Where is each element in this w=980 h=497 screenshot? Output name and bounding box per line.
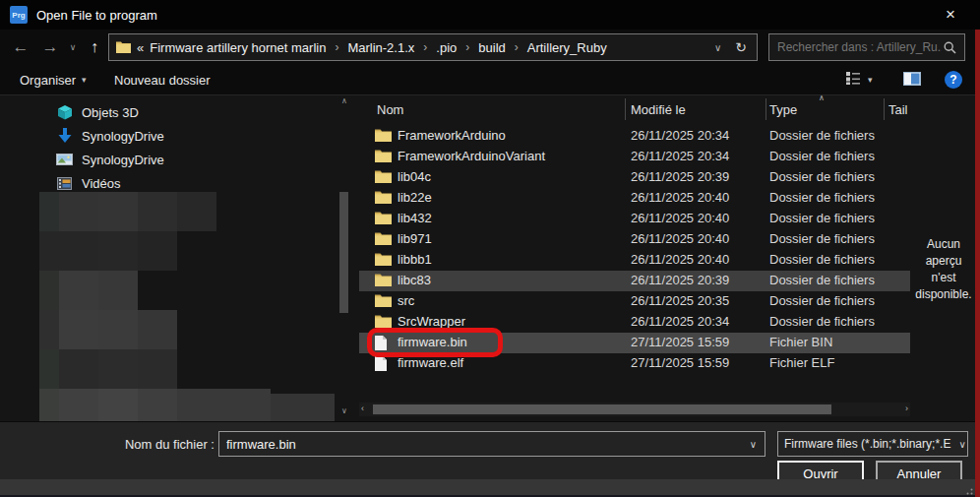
file-modified-date: 27/11/2025 15:59 (631, 355, 729, 370)
file-row[interactable]: src 26/11/2025 20:35 Dossier de fichiers (359, 291, 910, 312)
file-row[interactable]: libc83 26/11/2025 20:39 Dossier de fichi… (359, 271, 910, 291)
redacted-thumbnail-block (138, 192, 177, 231)
breadcrumb-collapse[interactable]: « (137, 40, 148, 55)
breadcrumb-segment[interactable]: .pio (434, 40, 459, 55)
dialog-footer: Nom du fichier : ∨ Firmware files (*.bin… (0, 421, 980, 497)
address-dropdown-icon[interactable]: ∨ (704, 42, 731, 53)
redacted-thumbnail-block (59, 349, 98, 389)
file-row[interactable]: SrcWrapper 26/11/2025 20:34 Dossier de f… (359, 312, 910, 333)
file-row[interactable]: firmware.bin 27/11/2025 15:59 Fichier BI… (359, 333, 910, 353)
help-icon: ? (945, 71, 962, 89)
sort-indicator-icon: ∧ (819, 95, 825, 102)
file-type-label: Dossier de fichiers (769, 273, 875, 287)
breadcrumb-segment[interactable]: build (476, 40, 507, 55)
redacted-thumbnail-block (59, 271, 98, 310)
cube-3d-icon (56, 104, 73, 120)
chevron-down-icon: ▾ (82, 75, 87, 85)
dialog-body: Objets 3D SynologyDrive SynologyDrive Vi… (0, 95, 980, 423)
file-row[interactable]: lib04c 26/11/2025 20:39 Dossier de fichi… (359, 167, 910, 188)
up-icon[interactable]: ↑ (83, 30, 106, 65)
sidebar-item-label: SynologyDrive (82, 129, 164, 144)
redacted-thumbnail-block (39, 310, 59, 349)
file-row[interactable]: FrameworkArduinoVariant 26/11/2025 20:34… (359, 147, 910, 167)
redacted-thumbnail-block (98, 349, 138, 389)
scroll-right-icon[interactable]: › (905, 404, 908, 413)
filetype-select[interactable]: Firmware files (*.bin;*.binary;*.E ∨ (777, 431, 968, 457)
file-name: lib971 (398, 231, 432, 246)
file-modified-date: 26/11/2025 20:40 (631, 190, 729, 205)
file-row[interactable]: FrameworkArduino 26/11/2025 20:34 Dossie… (359, 126, 910, 147)
filename-input[interactable] (219, 437, 742, 452)
file-type-label: Fichier ELF (769, 355, 834, 370)
file-name: SrcWrapper (398, 314, 465, 329)
column-header-type[interactable]: Type (769, 102, 797, 117)
column-header-size[interactable]: Tail (888, 102, 908, 117)
sidebar-item-objets-3d[interactable]: Objets 3D (0, 100, 335, 124)
breadcrumb-separator: › (416, 40, 434, 54)
sidebar-item-label: SynologyDrive (82, 153, 164, 167)
sidebar-scroll-down-icon[interactable]: ∨ (338, 406, 350, 415)
chevron-down-icon[interactable]: ∨ (742, 439, 765, 450)
file-name: firmware.bin (398, 335, 467, 349)
forward-icon[interactable]: → (37, 30, 63, 65)
address-bar[interactable]: « Firmware artillery hornet marlin›Marli… (108, 33, 758, 61)
refresh-icon[interactable]: ↻ (731, 39, 757, 55)
horizontal-scrollbar-thumb[interactable] (373, 404, 831, 414)
preview-pane-icon (903, 72, 921, 89)
redacted-thumbnail-block (98, 310, 138, 349)
change-view-button[interactable]: ▾ (846, 65, 873, 94)
file-row[interactable]: firmware.elf 27/11/2025 15:59 Fichier EL… (359, 353, 910, 374)
search-box[interactable] (768, 33, 965, 61)
breadcrumb: Firmware artillery hornet marlin›Marlin-… (148, 40, 608, 55)
redacted-thumbnail-block (177, 192, 216, 231)
file-modified-date: 26/11/2025 20:34 (631, 314, 729, 329)
new-folder-button[interactable]: Nouveau dossier (114, 65, 211, 94)
column-header-name[interactable]: Nom (377, 102, 403, 117)
command-toolbar: Organiser ▾ Nouveau dossier ▾ ? (0, 65, 980, 95)
close-icon[interactable]: × (929, 0, 972, 30)
breadcrumb-segment[interactable]: Marlin-2.1.x (345, 40, 416, 55)
folder-icon (375, 150, 392, 162)
sidebar-item-synologydrive[interactable]: SynologyDrive (0, 124, 335, 148)
file-row[interactable]: lib432 26/11/2025 20:40 Dossier de fichi… (359, 209, 910, 229)
scroll-left-icon[interactable]: ‹ (361, 404, 364, 413)
file-type-label: Dossier de fichiers (769, 190, 875, 205)
horizontal-scrollbar[interactable]: ‹ › (359, 403, 910, 416)
file-modified-date: 26/11/2025 20:39 (631, 169, 729, 184)
file-icon (375, 336, 387, 350)
sidebar-item-synologydrive[interactable]: SynologyDrive (0, 148, 335, 171)
folder-icon (375, 212, 392, 224)
filename-combobox[interactable]: ∨ (218, 431, 766, 457)
file-type-label: Dossier de fichiers (769, 314, 875, 329)
download-arrow-icon (56, 128, 73, 144)
picture-icon (56, 154, 73, 165)
file-row[interactable]: libbb1 26/11/2025 20:40 Dossier de fichi… (359, 250, 910, 271)
redacted-thumbnail-block (59, 310, 98, 349)
preview-pane-button[interactable] (903, 65, 921, 94)
file-type-label: Dossier de fichiers (769, 252, 875, 267)
sidebar-item-label: Vidéos (82, 176, 121, 191)
folder-icon (375, 294, 392, 307)
chevron-down-icon: ∨ (950, 439, 968, 450)
breadcrumb-segment[interactable]: Artillery_Ruby (525, 40, 609, 55)
sidebar-scrollbar[interactable] (339, 192, 348, 313)
file-name: FrameworkArduinoVariant (398, 149, 545, 163)
file-modified-date: 26/11/2025 20:39 (631, 273, 729, 287)
column-header-modified[interactable]: Modifié le (631, 102, 686, 117)
organize-button[interactable]: Organiser ▾ (20, 65, 87, 94)
redacted-thumbnail-block (138, 389, 177, 423)
back-icon[interactable]: ← (8, 30, 33, 65)
file-row[interactable]: lib971 26/11/2025 20:40 Dossier de fichi… (359, 229, 910, 250)
film-icon (56, 177, 73, 190)
open-file-dialog: Prg Open File to program × ← → ∨ ↑ « Fir… (0, 0, 980, 497)
breadcrumb-segment[interactable]: Firmware artillery hornet marlin (148, 40, 328, 55)
sidebar-scroll-up-icon[interactable]: ∧ (338, 96, 350, 105)
file-type-label: Dossier de fichiers (769, 149, 875, 163)
navigation-sidebar: Objets 3D SynologyDrive SynologyDrive Vi… (0, 100, 335, 195)
file-row[interactable]: lib22e 26/11/2025 20:40 Dossier de fichi… (359, 188, 910, 209)
file-type-label: Dossier de fichiers (769, 293, 875, 308)
help-button[interactable]: ? (945, 65, 962, 94)
search-input[interactable] (769, 40, 942, 54)
file-modified-date: 26/11/2025 20:40 (631, 231, 729, 246)
recent-locations-icon[interactable]: ∨ (65, 30, 81, 65)
